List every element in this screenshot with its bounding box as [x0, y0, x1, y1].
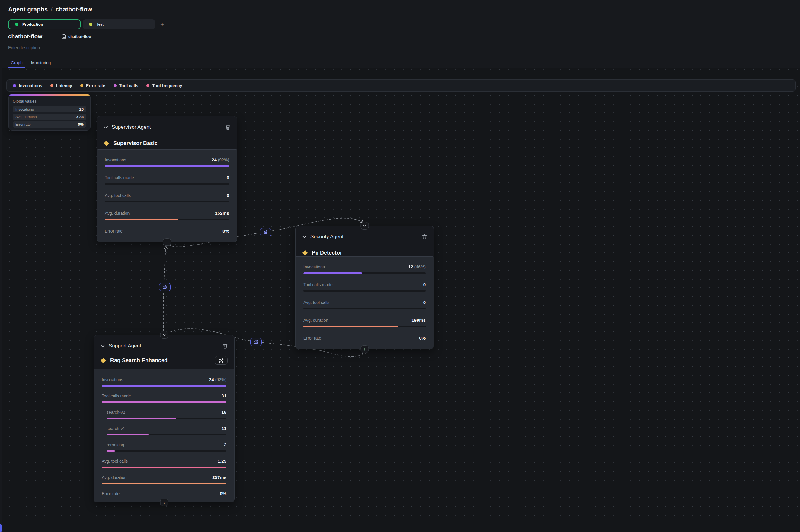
stat-tool-calls-made: Tool calls made31 — [102, 393, 226, 403]
node-title: Supervisor Agent — [112, 124, 225, 130]
agent-node-supervisor[interactable]: Supervisor Agent Supervisor Basic Invoca… — [96, 116, 237, 242]
stat-label: Avg. duration — [105, 210, 129, 216]
stat-line: Avg. tool calls0 — [304, 300, 426, 305]
legend-item-tool-calls[interactable]: Tool calls — [113, 83, 139, 88]
stat-line: Tool calls made0 — [105, 175, 229, 180]
stat-bar-fill — [105, 218, 178, 220]
legend-item-tool-frequency[interactable]: Tool frequency — [146, 83, 182, 88]
add-environment-button[interactable]: + — [160, 21, 164, 28]
stat-value: 12 (46%) — [408, 264, 426, 270]
stat-bar-track — [304, 308, 426, 309]
agent-node-security[interactable]: Security Agent Pii Detector Invocations1… — [295, 226, 434, 349]
env-tab-test[interactable]: Test — [83, 19, 155, 29]
route-edge-icon[interactable] — [260, 228, 271, 236]
node-input-handle[interactable] — [361, 222, 369, 229]
edge-arrowhead-supervisor-bottom — [164, 246, 167, 249]
global-value-label: Avg. duration — [15, 115, 37, 119]
stat-bar-track — [102, 385, 226, 387]
stat-line: Error rate0% — [102, 491, 226, 497]
tools-button[interactable] — [215, 356, 228, 365]
stat-label: reranking — [107, 442, 124, 448]
legend-label: Tool calls — [119, 83, 139, 88]
stat-bar-track — [107, 434, 226, 436]
stat-bar-track — [105, 201, 229, 202]
env-tab-label: Test — [96, 22, 104, 26]
graph-id-badge[interactable]: chatbot-flow — [61, 34, 91, 39]
node-output-handle[interactable]: ↓ — [163, 238, 171, 246]
edge-support-to-supervisor — [163, 248, 166, 335]
stat-label: Invocations — [102, 377, 123, 383]
legend-dot — [50, 84, 53, 87]
route-glyph-icon — [253, 340, 259, 344]
stat-value: 0 — [227, 175, 229, 180]
description-input[interactable] — [8, 45, 195, 50]
env-status-dot — [89, 23, 92, 26]
collapse-chevron-icon[interactable] — [101, 345, 105, 347]
breadcrumb-current: chatbot-flow — [56, 6, 92, 13]
node-subtitle: Rag Search Enhanced — [110, 357, 215, 364]
delete-node-button[interactable] — [225, 125, 230, 130]
stat-bar-fill — [102, 483, 226, 484]
delete-node-button[interactable] — [422, 234, 427, 240]
legend-item-error-rate[interactable]: Error rate — [80, 83, 105, 88]
node-output-handle[interactable]: ↓ — [361, 345, 369, 353]
stat-avg-duration: Avg. duration199ms — [304, 317, 426, 327]
legend-label: Invocations — [19, 83, 42, 88]
collapse-chevron-icon[interactable] — [104, 126, 108, 129]
graph-canvas[interactable]: InvocationsLatencyError rateTool callsTo… — [2, 68, 800, 532]
stat-bar-track — [105, 218, 229, 220]
legend-item-invocations[interactable]: Invocations — [13, 83, 42, 88]
stat-bar-fill — [107, 450, 115, 452]
stat-value: 31 — [221, 393, 226, 399]
collapse-chevron-icon[interactable] — [302, 235, 306, 238]
stat-line: Invocations12 (46%) — [304, 264, 426, 270]
stat-value: 0% — [222, 228, 229, 234]
legend-dot — [13, 84, 16, 87]
stat-bar-track — [105, 183, 229, 185]
stat-bar-track — [304, 290, 426, 292]
stat-value: 2 — [224, 442, 226, 448]
node-output-handle[interactable]: ↓ — [160, 498, 168, 506]
legend-dot — [80, 84, 83, 87]
stat-label: Avg. tool calls — [102, 458, 128, 464]
stat-invocations: Invocations12 (46%) — [304, 264, 426, 274]
stat-bar-track — [102, 401, 226, 403]
stat-tool-calls-made: Tool calls made0 — [105, 175, 229, 185]
breadcrumb-root[interactable]: Agent graphs — [8, 6, 48, 13]
graph-name-row: chatbot-flow chatbot-flow — [8, 33, 91, 40]
stat-bar-track — [304, 326, 426, 327]
legend-label: Error rate — [86, 83, 105, 88]
tab-monitoring[interactable]: Monitoring — [31, 60, 51, 68]
stat-line: search-v218 — [107, 409, 226, 415]
legend-item-latency[interactable]: Latency — [50, 83, 72, 88]
stat-line: Error rate0% — [304, 335, 426, 341]
route-glyph-icon — [262, 230, 269, 235]
legend-dot — [113, 84, 116, 87]
scroll-indicator — [0, 525, 1, 532]
tab-graph[interactable]: Graph — [11, 60, 23, 68]
stat-line: search-v111 — [107, 425, 226, 432]
node-input-handle[interactable] — [160, 331, 168, 339]
stat-avg-tool-calls: Avg. tool calls0 — [105, 192, 229, 202]
global-value-number: 0% — [78, 122, 84, 127]
global-value-avg-duration: Avg. duration13.3s — [13, 114, 86, 120]
stat-label: Error rate — [105, 228, 123, 234]
stat-bar-track — [107, 450, 226, 452]
route-edge-icon[interactable] — [159, 283, 170, 291]
stat-line: reranking2 — [107, 442, 226, 448]
stat-bar-fill — [107, 418, 176, 419]
breadcrumb-separator: / — [51, 6, 53, 13]
stat-search-v2: search-v218 — [107, 409, 226, 419]
clipboard-sync-icon — [61, 34, 66, 39]
stat-line: Avg. tool calls1.29 — [102, 458, 226, 464]
stat-error-rate: Error rate0% — [105, 228, 229, 234]
agent-node-support[interactable]: Support Agent Rag Search Enhanced — [94, 335, 235, 502]
stat-value: 24 (92%) — [209, 377, 226, 383]
route-edge-icon[interactable] — [250, 338, 262, 346]
stat-avg-tool-calls: Avg. tool calls1.29 — [102, 458, 226, 468]
legend-label: Tool frequency — [152, 83, 182, 88]
env-tab-production[interactable]: Production — [8, 19, 80, 29]
delete-node-button[interactable] — [223, 343, 228, 349]
stat-avg-tool-calls: Avg. tool calls0 — [304, 300, 426, 309]
stat-invocations: Invocations24 (92%) — [102, 377, 226, 387]
